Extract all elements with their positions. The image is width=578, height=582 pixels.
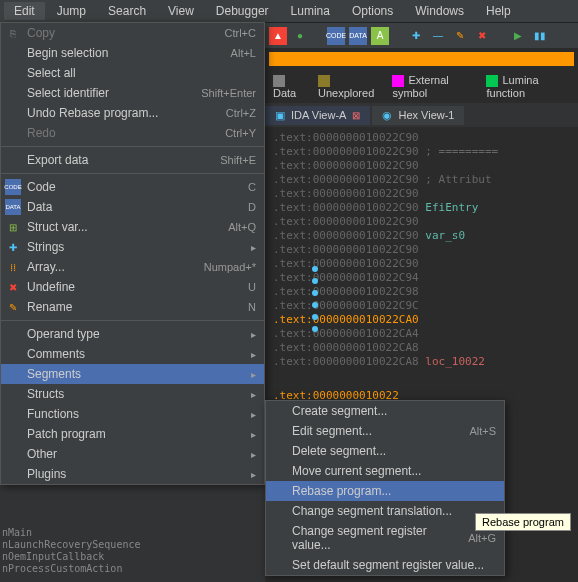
menu-item-data[interactable]: DATA DataD [1,197,264,217]
strings-icon: ✚ [5,239,21,255]
ida-icon: ▣ [275,109,285,122]
menu-item-code[interactable]: CODE CodeC [1,177,264,197]
menu-item-delete-segment[interactable]: Delete segment... [266,441,504,461]
menu-options[interactable]: Options [342,2,403,20]
toolbar-edit-icon[interactable]: ✎ [451,27,469,45]
legend: Data Unexplored External symbol Lumina f… [265,70,578,103]
menu-item-undo-rebase[interactable]: Undo Rebase program...Ctrl+Z [1,103,264,123]
toolbar-plus-icon[interactable]: ✚ [407,27,425,45]
toolbar-minus-icon[interactable]: — [429,27,447,45]
toolbar-code-icon[interactable]: CODE [327,27,345,45]
menu-item-change-segment-translation[interactable]: Change segment translation... [266,501,504,521]
menu-item-begin-selection[interactable]: Begin selectionAlt+L [1,43,264,63]
toolbar-bars-icon[interactable]: ▮▮ [531,27,549,45]
menu-lumina[interactable]: Lumina [281,2,340,20]
tab-close-icon[interactable]: ⊠ [352,110,360,121]
menu-item-functions[interactable]: Functions▸ [1,404,264,424]
code-icon: CODE [5,179,21,195]
menu-item-other[interactable]: Other▸ [1,444,264,464]
menu-item-array[interactable]: ⁞⁞ Array...Numpad+* [1,257,264,277]
menu-item-comments[interactable]: Comments▸ [1,344,264,364]
tab-ida-view[interactable]: ▣ IDA View-A ⊠ [265,106,370,125]
toolbar-play-icon[interactable]: ▶ [509,27,527,45]
menu-item-copy[interactable]: ⎘ CopyCtrl+C [1,23,264,43]
menu-item-select-identifier[interactable]: Select identifierShift+Enter [1,83,264,103]
tab-hex-view[interactable]: ◉ Hex View-1 [372,106,464,125]
nav-overview-bar[interactable] [269,52,574,66]
menu-search[interactable]: Search [98,2,156,20]
segments-submenu: Create segment... Edit segment...Alt+S D… [265,400,505,576]
legend-data: Data [273,87,296,99]
array-icon: ⁞⁞ [5,259,21,275]
menu-item-rename[interactable]: ✎ RenameN [1,297,264,317]
menu-item-plugins[interactable]: Plugins▸ [1,464,264,484]
menu-item-struct-var[interactable]: ⊞ Struct var...Alt+Q [1,217,264,237]
background-function-list: nMain nLaunchRecoverySequence nOemInputC… [0,525,142,577]
undefine-icon: ✖ [5,279,21,295]
menubar: Edit Jump Search View Debugger Lumina Op… [0,0,578,22]
tab-hex-view-label: Hex View-1 [398,109,454,121]
menu-item-change-segment-register[interactable]: Change segment register value...Alt+G [266,521,504,555]
menu-item-patch-program[interactable]: Patch program▸ [1,424,264,444]
rename-icon: ✎ [5,299,21,315]
legend-unexplored: Unexplored [318,87,374,99]
menu-item-structs[interactable]: Structs▸ [1,384,264,404]
menu-item-select-all[interactable]: Select all [1,63,264,83]
menu-item-edit-segment[interactable]: Edit segment...Alt+S [266,421,504,441]
menu-debugger[interactable]: Debugger [206,2,279,20]
tooltip: Rebase program [475,513,571,531]
toolbar: ▲ ● CODE DATA A ✚ — ✎ ✖ ▶ ▮▮ [265,22,578,48]
breakpoint-dots [312,260,318,338]
menu-item-operand-type[interactable]: Operand type▸ [1,324,264,344]
menu-item-rebase-program[interactable]: Rebase program... [266,481,504,501]
struct-icon: ⊞ [5,219,21,235]
toolbar-a-icon[interactable]: A [371,27,389,45]
menu-item-create-segment[interactable]: Create segment... [266,401,504,421]
menu-item-set-default-segment-register[interactable]: Set default segment register value... [266,555,504,575]
tab-bar: ▣ IDA View-A ⊠ ◉ Hex View-1 [265,103,578,127]
menu-windows[interactable]: Windows [405,2,474,20]
hex-icon: ◉ [382,109,392,122]
tab-ida-view-label: IDA View-A [291,109,346,121]
menu-edit[interactable]: Edit [4,2,45,20]
data-icon: DATA [5,199,21,215]
toolbar-data-icon[interactable]: DATA [349,27,367,45]
menu-view[interactable]: View [158,2,204,20]
toolbar-x-icon[interactable]: ✖ [473,27,491,45]
edit-dropdown: ⎘ CopyCtrl+C Begin selectionAlt+L Select… [0,22,265,485]
menu-item-move-segment[interactable]: Move current segment... [266,461,504,481]
menu-item-segments[interactable]: Segments▸ [1,364,264,384]
toolbar-warn-icon[interactable]: ▲ [269,27,287,45]
toolbar-green-dot-icon[interactable]: ● [291,27,309,45]
copy-icon: ⎘ [5,25,21,41]
menu-item-undefine[interactable]: ✖ UndefineU [1,277,264,297]
menu-item-strings[interactable]: ✚ Strings▸ [1,237,264,257]
menu-item-redo[interactable]: RedoCtrl+Y [1,123,264,143]
menu-item-export-data[interactable]: Export dataShift+E [1,150,264,170]
menu-jump[interactable]: Jump [47,2,96,20]
menu-help[interactable]: Help [476,2,521,20]
